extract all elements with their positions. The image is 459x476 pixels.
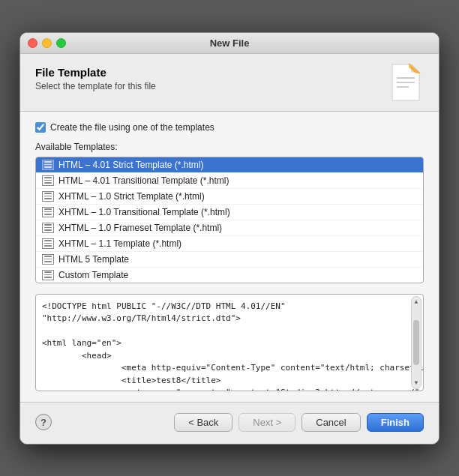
scrollbar[interactable]: ▲ ▼ xyxy=(411,296,422,389)
templates-label: Available Templates: xyxy=(35,142,424,152)
template-list: HTML – 4.01 Strict Template (*.html) HTM… xyxy=(35,157,424,283)
code-preview: <!DOCTYPE html PUBLIC "-//W3C//DTD HTML … xyxy=(35,294,424,391)
finish-button[interactable]: Finish xyxy=(367,413,424,432)
template-item-label: HTML 5 Template xyxy=(58,254,129,265)
scroll-thumb[interactable] xyxy=(413,320,419,365)
inner-content: Create the file using one of the templat… xyxy=(20,112,439,402)
template-item[interactable]: HTML 5 Template xyxy=(36,252,423,268)
template-item-label: XHTML – 1.0 Strict Template (*.html) xyxy=(58,191,205,202)
file-template-icon xyxy=(388,63,424,102)
template-item-label: HTML – 4.01 Strict Template (*.html) xyxy=(58,160,203,170)
template-icon xyxy=(42,175,54,186)
template-icon xyxy=(42,223,54,233)
maximize-button[interactable] xyxy=(56,38,66,48)
next-button[interactable]: Next > xyxy=(238,413,296,432)
use-template-label: Create the file using one of the templat… xyxy=(50,122,214,133)
template-item-label: XHTML – 1.0 Frameset Template (*.html) xyxy=(58,223,222,233)
window-title: New File xyxy=(210,37,250,49)
footer-left: ? xyxy=(35,414,52,430)
footer-section: ? < Back Next > Cancel Finish xyxy=(20,402,439,444)
header-section: File Template Select the template for th… xyxy=(20,54,439,112)
code-preview-text: <!DOCTYPE html PUBLIC "-//W3C//DTD HTML … xyxy=(42,301,417,391)
template-icon xyxy=(42,160,54,170)
traffic-lights xyxy=(28,38,66,48)
template-item[interactable]: XHTML – 1.1 Template (*.html) xyxy=(36,236,423,252)
dialog-window: New File File Template Select the templa… xyxy=(20,32,440,445)
template-item-label: XHTML – 1.1 Template (*.html) xyxy=(58,238,182,249)
template-item[interactable]: XHTML – 1.0 Strict Template (*.html) xyxy=(36,189,423,205)
dialog-subtext: Select the template for this file xyxy=(35,81,156,91)
footer-buttons: < Back Next > Cancel Finish xyxy=(174,413,424,432)
template-item[interactable]: HTML – 4.01 Strict Template (*.html) xyxy=(36,157,423,173)
scroll-down-arrow[interactable]: ▼ xyxy=(412,379,420,387)
scroll-up-arrow[interactable]: ▲ xyxy=(412,298,420,306)
template-icon xyxy=(42,207,54,217)
close-button[interactable] xyxy=(28,38,38,48)
titlebar: New File xyxy=(20,33,439,54)
minimize-button[interactable] xyxy=(42,38,52,48)
template-item[interactable]: HTML – 4.01 Transitional Template (*.htm… xyxy=(36,173,423,189)
template-item[interactable]: XHTML – 1.0 Transitional Template (*.htm… xyxy=(36,205,423,220)
use-template-checkbox[interactable] xyxy=(35,122,46,133)
dialog-heading: File Template xyxy=(35,66,156,79)
template-item-label: XHTML – 1.0 Transitional Template (*.htm… xyxy=(58,207,230,217)
template-icon xyxy=(42,238,54,249)
back-button[interactable]: < Back xyxy=(174,413,232,432)
help-button[interactable]: ? xyxy=(35,414,52,430)
template-item-label: HTML – 4.01 Transitional Template (*.htm… xyxy=(58,175,229,186)
cancel-button[interactable]: Cancel xyxy=(302,413,360,432)
template-icon xyxy=(42,254,54,265)
template-item[interactable]: XHTML – 1.0 Frameset Template (*.html) xyxy=(36,220,423,236)
create-template-checkbox-row: Create the file using one of the templat… xyxy=(35,122,424,133)
template-icon xyxy=(42,191,54,202)
template-item-label: Custom Template xyxy=(58,270,128,280)
template-item[interactable]: Custom Template xyxy=(36,268,423,283)
header-text: File Template Select the template for th… xyxy=(35,66,156,91)
template-icon xyxy=(42,270,54,280)
